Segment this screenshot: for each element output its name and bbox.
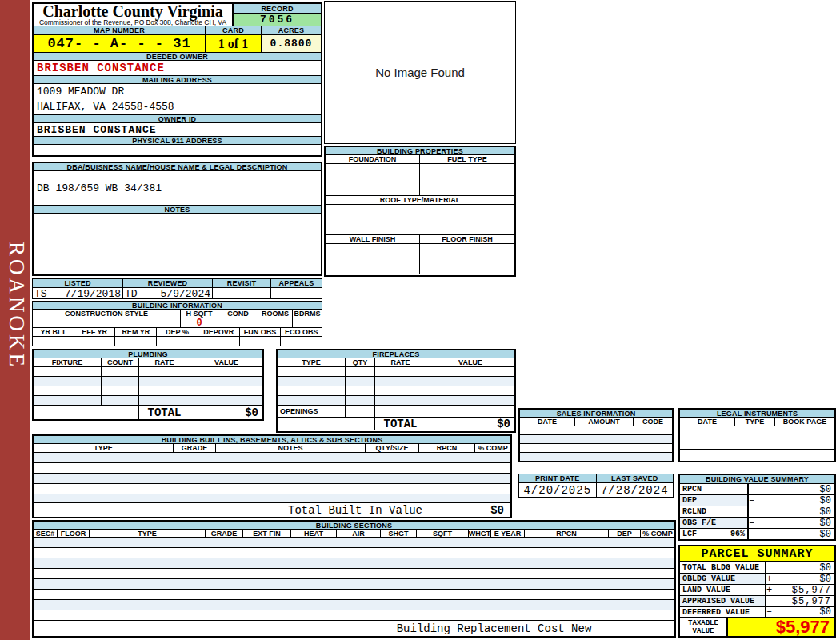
foundation-fuel-values bbox=[326, 164, 514, 196]
col-eco-obs: ECO OBS bbox=[281, 328, 322, 336]
parcel-value: $0 bbox=[776, 606, 834, 618]
listed-date: 7/19/2018 bbox=[65, 288, 121, 298]
plumbing-title: PLUMBING bbox=[34, 350, 262, 358]
openings-label: OPENINGS bbox=[278, 406, 346, 417]
col-roof: ROOF TYPE/MATERIAL bbox=[326, 196, 514, 204]
col-grade: GRADE bbox=[206, 530, 243, 537]
table-row bbox=[278, 377, 514, 386]
parcel-label: TOTAL BLDG VALUE bbox=[680, 562, 766, 573]
print-date-value: 4/20/2025 bbox=[519, 483, 597, 497]
parcel-label: APPRAISED VALUE bbox=[680, 596, 766, 606]
col-qty: QTY bbox=[346, 358, 375, 366]
bvs-row-rclnd: RCLND $0 bbox=[680, 506, 834, 518]
print-info-box: PRINT DATE LAST SAVED 4/20/2025 7/28/202… bbox=[518, 474, 674, 498]
building-properties-box: BUILDING PROPERTIES FOUNDATION FUEL TYPE… bbox=[324, 146, 516, 277]
sidebar-label: ROANOKE bbox=[4, 242, 29, 370]
bvs-value: $0 bbox=[758, 484, 834, 495]
sales-title: SALES INFORMATION bbox=[520, 410, 672, 418]
identity-box: Charlotte County Virginia Commissioner o… bbox=[32, 2, 322, 157]
appeals-value bbox=[271, 288, 322, 298]
parcel-label: DEFERRED VALUE bbox=[680, 607, 766, 617]
record-label: RECORD bbox=[234, 4, 321, 14]
col-notes: NOTES bbox=[216, 444, 366, 452]
table-row bbox=[278, 367, 514, 377]
col-ext-fin: EXT FIN bbox=[243, 530, 291, 537]
plumbing-total-label: TOTAL bbox=[139, 406, 190, 419]
bvs-row-lcf: LCF96% $0 bbox=[680, 529, 834, 539]
col-fuel-type: FUEL TYPE bbox=[420, 155, 514, 163]
listed-value: TS7/19/2018 bbox=[33, 288, 123, 298]
bvs-label: OBS F/E bbox=[682, 518, 716, 527]
table-row bbox=[278, 386, 514, 396]
building-info-title: BUILDING INFORMATION bbox=[33, 302, 322, 310]
parcel-op: + bbox=[766, 574, 776, 585]
empty-cell bbox=[198, 337, 240, 346]
table-row bbox=[34, 463, 510, 474]
col-amount: AMOUNT bbox=[575, 418, 634, 426]
table-row bbox=[520, 435, 672, 444]
col-rate: RATE bbox=[375, 358, 426, 366]
card-value: 1 of 1 bbox=[206, 35, 262, 52]
col-shgt: SHGT bbox=[381, 530, 417, 537]
table-row bbox=[680, 426, 834, 438]
building-info-box: BUILDING INFORMATION CONSTRUCTION STYLE … bbox=[32, 301, 322, 346]
col-type: TYPE bbox=[34, 444, 174, 452]
parcel-row-taxable: TAXABLE VALUE $5,977 bbox=[680, 618, 834, 636]
parcel-summary-box: PARCEL SUMMARY TOTAL BLDG VALUE $0 OBLDG… bbox=[678, 545, 836, 638]
col-eyear: E YEAR bbox=[491, 530, 525, 537]
bvs-op: – bbox=[749, 495, 758, 506]
col-type: TYPE bbox=[90, 530, 206, 537]
mailing-address-label: MAILING ADDRESS bbox=[34, 76, 321, 84]
bvs-title: BUILDING VALUE SUMMARY bbox=[680, 475, 834, 484]
bvs-op: – bbox=[749, 518, 758, 529]
table-row bbox=[34, 600, 674, 610]
col-sqft: SQFT bbox=[417, 530, 469, 537]
last-saved-value: 7/28/2024 bbox=[597, 483, 674, 497]
bvs-value: $0 bbox=[758, 518, 834, 529]
physical-address-value bbox=[34, 145, 321, 156]
physical-address-label: PHYSICAL 911 ADDRESS bbox=[34, 137, 321, 145]
col-rate: RATE bbox=[139, 358, 190, 366]
col-floor: FLOOR bbox=[58, 530, 90, 537]
image-panel: No Image Found bbox=[324, 1, 516, 144]
table-row bbox=[34, 538, 674, 548]
col-rpcn: RPCN bbox=[419, 444, 475, 452]
map-number-value: 047- - A- - - 31 bbox=[34, 35, 206, 52]
col-yr-blt: YR BLT bbox=[33, 328, 74, 336]
col-eff-yr: EFF YR bbox=[74, 328, 116, 336]
col-count: COUNT bbox=[102, 358, 139, 366]
parcel-summary-title: PARCEL SUMMARY bbox=[680, 546, 834, 562]
bvs-label: DEP bbox=[682, 496, 697, 505]
reviewed-date: 5/9/2024 bbox=[161, 288, 210, 298]
table-row bbox=[680, 438, 834, 450]
table-row bbox=[34, 453, 510, 463]
hsqft-value: 0 bbox=[181, 318, 218, 327]
map-number-label: MAP NUMBER bbox=[34, 26, 206, 34]
property-record-card: ROANOKE Charlotte County Virginia Commis… bbox=[0, 0, 840, 640]
built-ins-box: BUILDING BUILT INS, BASEMENTS, ATTICS & … bbox=[32, 434, 512, 518]
col-date: DATE bbox=[680, 418, 735, 426]
col-foundation: FOUNDATION bbox=[326, 155, 420, 163]
bvs-row-dep: DEP –$0 bbox=[680, 495, 834, 506]
built-ins-total-row: Total Built In Value $0 bbox=[34, 503, 510, 517]
col-type: TYPE bbox=[735, 418, 775, 426]
col-heat: HEAT bbox=[291, 530, 337, 537]
col-fixture: FIXTURE bbox=[34, 358, 102, 366]
table-row bbox=[34, 484, 510, 494]
reviewed-code: TD bbox=[125, 288, 138, 298]
table-row bbox=[34, 386, 262, 396]
table-row bbox=[34, 474, 510, 484]
col-wall-finish: WALL FINISH bbox=[326, 235, 420, 243]
print-date-label: PRINT DATE bbox=[519, 474, 597, 483]
col-fun-obs: FUN OBS bbox=[240, 328, 282, 336]
parcel-row-obldg: OBLDG VALUE +$0 bbox=[680, 574, 834, 585]
deeded-owner-value: BRISBEN CONSTANCE bbox=[34, 61, 321, 76]
parcel-label: LAND VALUE bbox=[680, 585, 766, 595]
parcel-value: $5,977 bbox=[776, 596, 834, 607]
table-row bbox=[520, 426, 672, 435]
sidebar: ROANOKE bbox=[0, 0, 30, 640]
plumbing-box: PLUMBING FIXTURE COUNT RATE VALUE TOTAL … bbox=[32, 349, 264, 421]
empty-cell bbox=[33, 337, 74, 346]
col-depovr: DEPOVR bbox=[198, 328, 240, 336]
col-qty-size: QTY/SIZE bbox=[366, 444, 419, 452]
